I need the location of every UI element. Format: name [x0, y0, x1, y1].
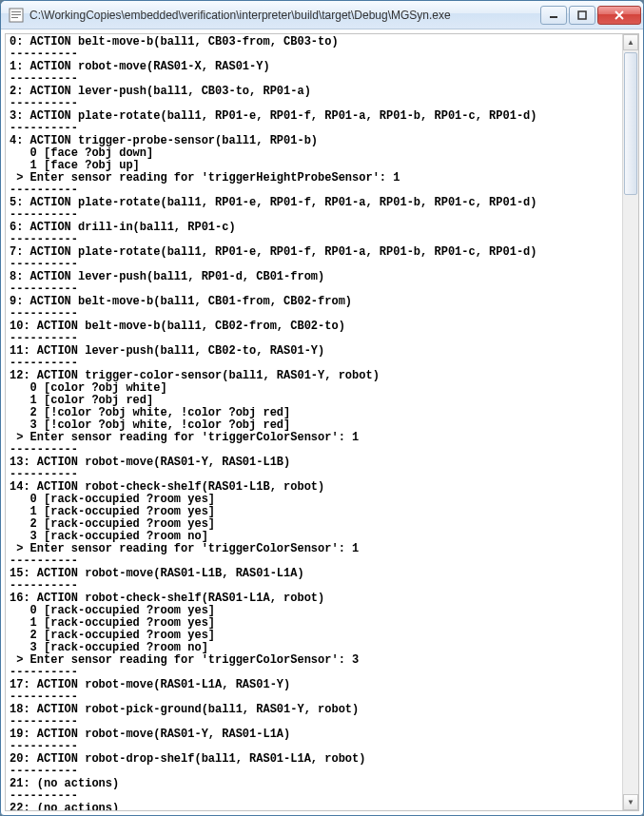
scroll-track[interactable] — [623, 50, 638, 794]
svg-rect-3 — [11, 17, 18, 18]
svg-rect-5 — [578, 11, 586, 19]
console-output: 0: ACTION belt-move-b(ball1, CB03-from, … — [6, 34, 622, 810]
vertical-scrollbar[interactable]: ▲ ▼ — [622, 34, 638, 810]
app-icon — [9, 8, 24, 23]
client-area: 0: ACTION belt-move-b(ball1, CB03-from, … — [5, 33, 639, 811]
titlebar[interactable]: C:\WorkingCopies\embedded\verification\i… — [1, 1, 643, 29]
svg-rect-4 — [550, 16, 557, 18]
maximize-button[interactable] — [569, 6, 595, 25]
window-buttons — [538, 6, 641, 25]
scroll-up-button[interactable]: ▲ — [623, 34, 638, 50]
close-button[interactable] — [597, 6, 641, 25]
scroll-thumb[interactable] — [624, 52, 637, 195]
window-title: C:\WorkingCopies\embedded\verification\i… — [29, 9, 538, 22]
app-window: C:\WorkingCopies\embedded\verification\i… — [0, 0, 644, 816]
scroll-down-button[interactable]: ▼ — [623, 794, 638, 810]
svg-rect-1 — [11, 11, 21, 12]
minimize-button[interactable] — [540, 6, 567, 25]
svg-rect-2 — [11, 14, 21, 15]
